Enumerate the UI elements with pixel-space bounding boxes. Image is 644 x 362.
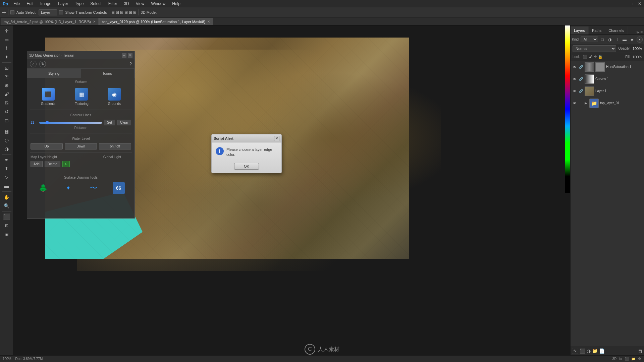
align-left-icon[interactable]: ⊟ xyxy=(111,10,115,15)
filter-shape-icon[interactable]: ▬ xyxy=(622,37,628,43)
filter-adjust-icon[interactable]: ◑ xyxy=(607,37,613,43)
lock-transparency-icon[interactable]: ⬛ xyxy=(583,55,587,59)
layer-group-item[interactable]: 👁 ▶ 📁 top_layer_01 xyxy=(571,97,644,109)
lock-position-icon[interactable]: ✛ xyxy=(594,55,597,59)
magic-wand-tool[interactable]: ✦ xyxy=(2,53,12,61)
menu-3d[interactable]: 3D xyxy=(122,1,130,7)
badge-tool-btn[interactable]: 66 xyxy=(113,182,125,194)
filter-pixel-icon[interactable]: □ xyxy=(599,37,605,43)
transform-checkbox[interactable] xyxy=(59,10,63,14)
crop-tool[interactable]: ⊡ xyxy=(2,64,12,72)
filter-type-icon[interactable]: T xyxy=(614,37,620,43)
set-btn[interactable]: Set xyxy=(104,120,115,125)
map-gen-refresh-icon[interactable]: ↻ xyxy=(39,61,46,67)
eraser-tool[interactable]: ◻ xyxy=(2,116,12,124)
map-gen-help-icon[interactable]: ? xyxy=(129,61,132,66)
map-gen-home-icon[interactable]: ⌂ xyxy=(30,61,37,67)
align-center-icon[interactable]: ⊟ xyxy=(116,10,119,15)
lasso-tool[interactable]: ⌇ xyxy=(2,44,12,52)
tab-top-layer-close[interactable]: ✕ xyxy=(207,20,210,23)
layers-tab[interactable]: Layers xyxy=(571,26,589,35)
dialog-close-btn[interactable]: ✕ xyxy=(274,136,279,141)
layer-item[interactable]: 👁 🔗 Curves 1 xyxy=(571,73,644,85)
menu-select[interactable]: Select xyxy=(89,1,103,7)
layer-visibility-icon[interactable]: 👁 xyxy=(572,101,577,106)
layer-delete-icon[interactable]: 🗑 xyxy=(638,348,643,354)
gradients-btn[interactable]: ⬛ Gradients xyxy=(40,86,57,107)
menu-type[interactable]: Type xyxy=(73,1,85,7)
filter-toggle[interactable]: ● xyxy=(637,37,643,43)
close-btn[interactable]: ✕ xyxy=(638,1,641,6)
layer-item[interactable]: 👁 🔗 Hue/Saturation 1 xyxy=(571,61,644,73)
group-fold-icon[interactable]: ▶ xyxy=(585,101,587,105)
screen-mode[interactable]: ▣ xyxy=(2,230,12,238)
lock-paint-icon[interactable]: 🖌 xyxy=(589,55,592,59)
menu-file[interactable]: File xyxy=(12,1,21,7)
dialog-ok-btn[interactable]: OK xyxy=(234,163,259,170)
layer-visibility-icon[interactable]: 👁 xyxy=(572,76,577,82)
contour-slider[interactable] xyxy=(39,122,102,124)
contour-slider-thumb[interactable] xyxy=(46,121,49,124)
curve-tool-btn[interactable]: 〜 xyxy=(88,182,100,194)
marquee-tool[interactable]: ▭ xyxy=(2,36,12,44)
channels-tab[interactable]: Channels xyxy=(605,26,628,35)
tree-tool-btn[interactable]: 🌲 xyxy=(37,182,49,194)
kind-select[interactable]: All xyxy=(581,37,598,42)
menu-filter[interactable]: Filter xyxy=(107,1,119,7)
refresh-btn[interactable]: ↻ xyxy=(62,161,70,167)
lock-all-icon[interactable]: 🔒 xyxy=(598,55,603,59)
layer-mask-add-icon[interactable]: ⬛ xyxy=(580,348,585,354)
brush-tool[interactable]: 🖌 xyxy=(2,90,12,98)
water-toggle-btn[interactable]: on / off xyxy=(99,143,131,149)
layer-group-add-icon[interactable]: 📁 xyxy=(592,348,598,354)
tab-terrain[interactable]: my_3d_terrain_2.psd @ 100% (HD_Layer_1, … xyxy=(1,18,99,25)
tab-top-layer[interactable]: top_layer_0129.psb @ 100% (Hue/Saturatio… xyxy=(99,18,213,25)
layer-visibility-icon[interactable]: 👁 xyxy=(572,88,577,94)
menu-view[interactable]: View xyxy=(135,1,146,7)
menu-layer[interactable]: Layer xyxy=(57,1,69,7)
texturing-btn[interactable]: ▦ Texturing xyxy=(73,86,90,107)
layer-new-icon[interactable]: 📄 xyxy=(599,348,605,354)
menu-help[interactable]: Help xyxy=(171,1,182,7)
filter-smart-icon[interactable]: ★ xyxy=(629,37,635,43)
align-middle-icon[interactable]: ⊞ xyxy=(129,10,132,15)
layer-visibility-icon[interactable]: 👁 xyxy=(572,64,577,70)
move-tool[interactable]: ✛ xyxy=(2,27,12,35)
dodge-tool[interactable]: ◑ xyxy=(2,145,12,153)
fg-bg-color[interactable]: ⬛ xyxy=(2,213,12,221)
grounds-btn[interactable]: ◉ Grounds xyxy=(107,86,122,107)
align-bottom-icon[interactable]: ⊞ xyxy=(133,10,137,15)
maximize-btn[interactable]: □ xyxy=(633,1,635,6)
zoom-tool[interactable]: 🔍 xyxy=(2,202,12,210)
shape-tool[interactable]: ▬ xyxy=(2,182,12,190)
tab-terrain-close[interactable]: ✕ xyxy=(93,20,96,23)
pen-tool[interactable]: ✒ xyxy=(2,156,12,164)
healing-tool[interactable]: ⊕ xyxy=(2,81,12,89)
align-top-icon[interactable]: ⊞ xyxy=(124,10,128,15)
delete-btn[interactable]: Delete xyxy=(45,161,60,167)
layer-item[interactable]: 👁 🔗 Layer 1 xyxy=(571,85,644,97)
quick-mask[interactable]: ⊡ xyxy=(2,222,12,230)
paint-brush-tool-btn[interactable]: ✦ xyxy=(62,182,74,194)
eyedropper-tool[interactable]: ⁈ xyxy=(2,73,12,81)
hand-tool[interactable]: ✋ xyxy=(2,193,12,201)
add-btn[interactable]: Add xyxy=(31,161,43,167)
water-down-btn[interactable]: Down xyxy=(65,143,97,149)
clone-tool[interactable]: ⎘ xyxy=(2,99,12,107)
blend-mode-select[interactable]: Normal xyxy=(573,45,616,52)
layers-expand-icon[interactable]: ≫ xyxy=(636,31,639,34)
panel-close-btn[interactable]: ✕ xyxy=(128,53,132,58)
text-tool[interactable]: T xyxy=(2,165,12,173)
auto-select-checkbox[interactable] xyxy=(10,10,14,14)
layers-menu-icon[interactable]: ≡ xyxy=(640,30,643,35)
layer-dropdown[interactable]: Layer xyxy=(39,9,57,15)
panel-minimize-btn[interactable]: ─ xyxy=(122,53,126,58)
paths-tab[interactable]: Paths xyxy=(589,26,605,35)
styling-tab[interactable]: Styling xyxy=(27,69,81,78)
path-select-tool[interactable]: ▷ xyxy=(2,173,12,181)
menu-edit[interactable]: Edit xyxy=(25,1,35,7)
clear-btn[interactable]: Clear xyxy=(117,120,131,125)
move-tool-icon[interactable]: ✛ xyxy=(2,10,6,15)
align-right-icon[interactable]: ⊟ xyxy=(120,10,123,15)
icons-tab[interactable]: Icons xyxy=(81,69,135,78)
